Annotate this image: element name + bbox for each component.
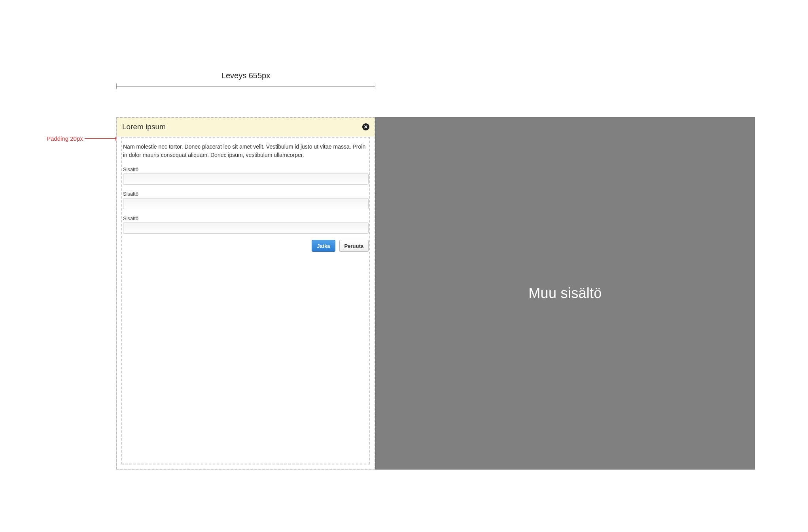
- padding-annotation-arrow: [85, 138, 119, 139]
- sisalto-input-2[interactable]: [123, 198, 369, 209]
- left-column: Lorem ipsum Nam molestie nec tortor. Don…: [116, 117, 375, 470]
- form-row: Sisältö: [123, 166, 369, 185]
- panel-header: Lorem ipsum: [117, 117, 375, 136]
- padding-annotation-label: Padding 20px: [47, 135, 83, 142]
- button-row: Jatka Peruuta: [123, 240, 369, 252]
- width-dimension-annotation: Leveys 655px: [116, 71, 375, 89]
- other-content-label: Muu sisältö: [528, 285, 602, 302]
- continue-button[interactable]: Jatka: [312, 240, 335, 252]
- form-row: Sisältö: [123, 191, 369, 209]
- close-icon[interactable]: [362, 123, 369, 130]
- width-dimension-line: [116, 83, 375, 89]
- layout-stage: Lorem ipsum Nam molestie nec tortor. Don…: [116, 117, 755, 470]
- field-label: Sisältö: [123, 191, 369, 197]
- other-content-region: Muu sisältö: [375, 117, 755, 470]
- panel-title: Lorem ipsum: [122, 123, 166, 131]
- width-dimension-label: Leveys 655px: [116, 71, 375, 80]
- sisalto-input-3[interactable]: [123, 223, 369, 234]
- panel-intro-text: Nam molestie nec tortor. Donec placerat …: [123, 143, 369, 159]
- field-label: Sisältö: [123, 166, 369, 172]
- panel-body: Nam molestie nec tortor. Donec placerat …: [117, 136, 375, 260]
- field-label: Sisältö: [123, 215, 369, 221]
- cancel-button[interactable]: Peruuta: [339, 240, 369, 252]
- form-row: Sisältö: [123, 215, 369, 234]
- sisalto-input-1[interactable]: [123, 174, 369, 185]
- modal-panel: Lorem ipsum Nam molestie nec tortor. Don…: [116, 117, 375, 470]
